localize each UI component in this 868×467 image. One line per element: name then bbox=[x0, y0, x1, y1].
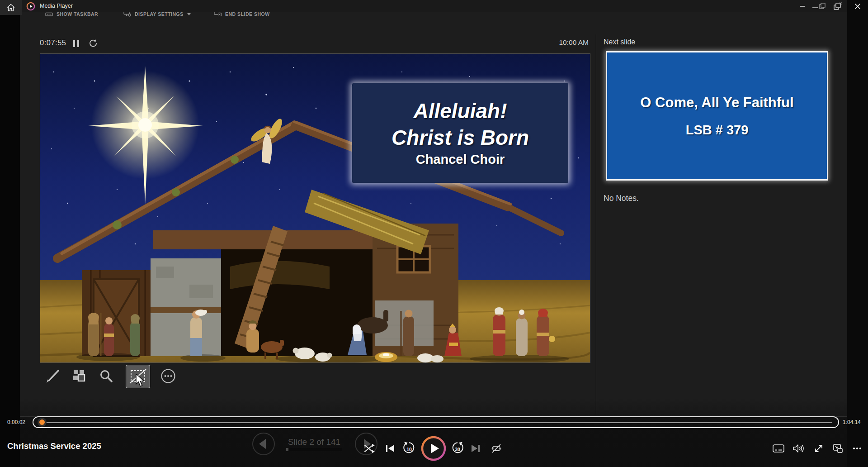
minimize-icon bbox=[800, 6, 805, 7]
pillarbox-right bbox=[847, 0, 868, 467]
close-button[interactable] bbox=[850, 0, 865, 12]
repeat-off-icon bbox=[491, 443, 502, 454]
close-icon bbox=[854, 3, 861, 10]
restart-timer-button[interactable] bbox=[89, 38, 98, 49]
slides-grid-icon bbox=[72, 369, 86, 383]
pen-icon bbox=[45, 368, 61, 384]
captions-button[interactable] bbox=[772, 442, 785, 455]
zoom-slide-button[interactable] bbox=[96, 365, 116, 387]
next-track-button[interactable] bbox=[467, 440, 484, 457]
more-options-icon bbox=[853, 447, 862, 450]
skip-back-10-button[interactable]: 10 bbox=[401, 440, 417, 457]
elapsed-time: 0:00:02 bbox=[7, 419, 25, 425]
slide-subtitle: Chancel Choir bbox=[416, 151, 505, 168]
restart-icon bbox=[89, 38, 98, 48]
home-icon bbox=[6, 3, 16, 13]
shuffle-icon bbox=[364, 443, 376, 454]
restore-button[interactable] bbox=[810, 0, 828, 12]
more-slideshow-options-button[interactable] bbox=[158, 365, 178, 387]
mini-player-icon bbox=[832, 443, 843, 454]
current-slide[interactable]: Alleluiah! Christ is Born Chancel Choir bbox=[40, 53, 590, 363]
captions-icon bbox=[773, 443, 784, 453]
media-player-window: SHOW TASKBAR DISPLAY SETTINGS END SLIDE … bbox=[0, 0, 868, 467]
pen-tool-button[interactable] bbox=[43, 365, 63, 387]
title-bar bbox=[20, 0, 847, 12]
next-track-icon bbox=[470, 443, 481, 454]
shuffle-button[interactable] bbox=[362, 440, 378, 457]
next-slide-thumbnail[interactable]: O Come, All Ye Faithful LSB # 379 bbox=[606, 51, 828, 181]
media-player-logo bbox=[26, 2, 35, 13]
chevron-down-icon bbox=[187, 13, 191, 15]
fullscreen-button[interactable] bbox=[812, 442, 826, 455]
skip-forward-30-button[interactable]: 30 bbox=[449, 440, 466, 457]
media-title: Christmas Service 2025 bbox=[7, 441, 101, 451]
next-slide-panel-label: Next slide bbox=[604, 38, 635, 46]
presentation-timer: 0:07:55 bbox=[40, 38, 66, 47]
seek-track bbox=[41, 422, 832, 423]
app-title: Media Player bbox=[40, 3, 73, 9]
video-frame[interactable]: SHOW TASKBAR DISPLAY SETTINGS END SLIDE … bbox=[20, 0, 847, 467]
seek-thumb[interactable] bbox=[38, 418, 47, 427]
mouse-cursor bbox=[135, 374, 145, 389]
skip-forward-30-icon: 30 bbox=[450, 442, 465, 455]
speaker-notes: No Notes. bbox=[604, 194, 639, 203]
magnifier-icon bbox=[99, 369, 113, 383]
skip-forward-label: 30 bbox=[455, 447, 460, 452]
slide-title-line1: Alleluiah! bbox=[413, 98, 507, 124]
next-slide-line2: LSB # 379 bbox=[686, 123, 749, 138]
slide-title-box: Alleluiah! Christ is Born Chancel Choir bbox=[352, 83, 568, 183]
presenter-divider-vertical bbox=[596, 34, 596, 415]
skip-back-10-icon: 10 bbox=[402, 442, 416, 455]
play-button[interactable] bbox=[420, 435, 447, 462]
fullscreen-icon bbox=[813, 443, 824, 454]
skip-back-label: 10 bbox=[406, 447, 412, 452]
repeat-button[interactable] bbox=[488, 440, 505, 457]
mini-player-button[interactable] bbox=[831, 442, 844, 455]
volume-icon bbox=[793, 443, 804, 454]
previous-track-button[interactable] bbox=[382, 440, 398, 457]
slide-title-line2: Christ is Born bbox=[392, 124, 529, 151]
total-duration: 1:04:14 bbox=[843, 419, 861, 425]
next-slide-line1: O Come, All Ye Faithful bbox=[640, 95, 793, 111]
restore-icon bbox=[811, 2, 827, 10]
home-button[interactable] bbox=[0, 0, 22, 15]
see-all-slides-button[interactable] bbox=[69, 365, 89, 387]
picture-in-picture-button[interactable] bbox=[831, 0, 844, 12]
picture-in-picture-icon bbox=[833, 2, 842, 11]
previous-track-icon bbox=[385, 443, 396, 454]
minimize-button[interactable] bbox=[797, 0, 807, 12]
ellipsis-icon bbox=[160, 368, 176, 384]
volume-button[interactable] bbox=[792, 442, 805, 455]
pillarbox-left bbox=[0, 0, 20, 467]
seek-bar[interactable] bbox=[33, 416, 839, 428]
pause-timer-button[interactable] bbox=[73, 40, 79, 47]
more-options-button[interactable] bbox=[850, 442, 864, 455]
wall-clock: 10:00 AM bbox=[531, 38, 589, 47]
